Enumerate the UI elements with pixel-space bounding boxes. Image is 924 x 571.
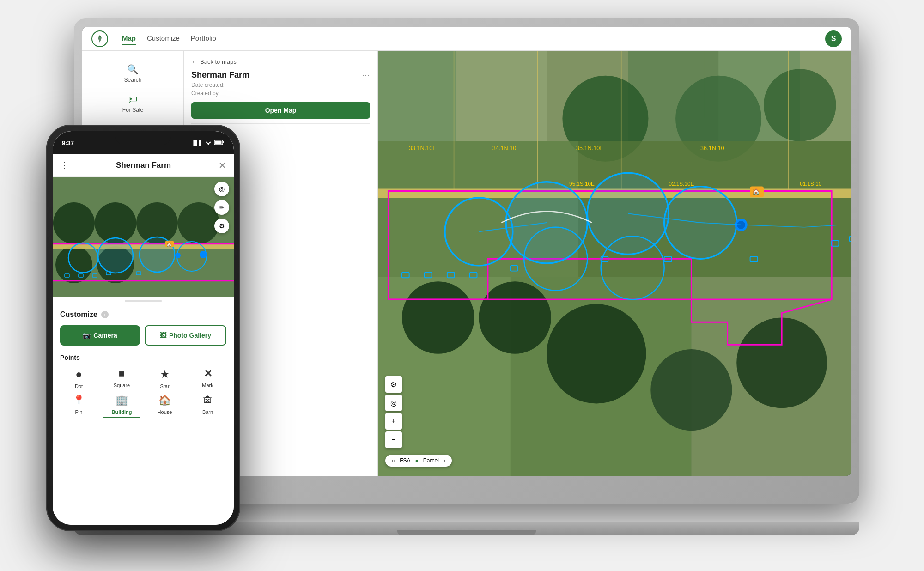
point-mark[interactable]: ✕ Mark [189, 368, 226, 389]
camera-icon: 📷 [83, 332, 91, 339]
point-building[interactable]: 🏢 Building [103, 395, 140, 418]
dot-icon: ● [75, 368, 82, 381]
camera-btn-label: Camera [93, 332, 117, 339]
tab-map[interactable]: Map [122, 32, 136, 45]
map-settings-button[interactable]: ⚙ [385, 376, 402, 393]
svg-rect-61 [223, 141, 225, 143]
scene: Map Customize Portfolio S 🔍 Search [0, 0, 924, 571]
barn-icon: 🏚 [203, 395, 213, 407]
topbar-right: S [825, 30, 842, 47]
phone-map-controls: ◎ ✏ ⚙ [214, 182, 229, 233]
phone-scroll-handle [125, 300, 162, 302]
phone-settings-button[interactable]: ⚙ [214, 219, 229, 233]
phone-map-preview[interactable]: 🏠 ◎ ✏ ⚙ [53, 177, 234, 297]
phone-screen: 9:37 ▐▌▌ [53, 131, 234, 525]
phone-farm-title: Sherman Farm [116, 161, 171, 170]
svg-point-16 [479, 281, 551, 354]
map-location-button[interactable]: ◎ [385, 395, 402, 411]
map-zoom-in-button[interactable]: + [385, 413, 402, 430]
signal-icon: ▐▌▌ [192, 140, 202, 146]
svg-point-35 [506, 182, 587, 263]
star-icon: ★ [160, 368, 170, 381]
info-icon[interactable]: i [101, 311, 109, 318]
laptop-topbar: Map Customize Portfolio S [82, 27, 851, 51]
svg-text:02.1S.10E: 02.1S.10E [669, 181, 694, 187]
map-zoom-out-button[interactable]: − [385, 431, 402, 448]
parcel-radio[interactable]: ● [415, 457, 419, 464]
point-dot[interactable]: ● Dot [60, 368, 97, 389]
photo-gallery-button[interactable]: 🖼 Photo Gallery [145, 325, 226, 346]
gallery-icon: 🖼 [160, 332, 166, 339]
nav-tabs: Map Customize Portfolio [122, 32, 216, 45]
open-map-button[interactable]: Open Map [191, 102, 370, 119]
phone-edit-button[interactable]: ✏ [214, 200, 229, 215]
more-options-icon[interactable]: ⋯ [362, 70, 370, 80]
point-star[interactable]: ★ Star [146, 368, 183, 389]
point-square[interactable]: ■ Square [103, 368, 140, 389]
sidebar-item-search[interactable]: 🔍 Search [82, 58, 183, 89]
map-area[interactable]: 33.1N.10E 34.1N.10E 35.1N.10E 36.1N.10 9… [378, 51, 851, 476]
point-house[interactable]: 🏠 House [146, 395, 183, 418]
back-to-maps-link[interactable]: ← Back to maps [191, 58, 370, 65]
svg-rect-62 [215, 141, 222, 144]
svg-text:34.1N.10E: 34.1N.10E [492, 145, 520, 152]
svg-text:35.1N.10E: 35.1N.10E [576, 145, 604, 152]
svg-text:95.1S.10E: 95.1S.10E [569, 181, 595, 187]
customize-title: Customize [60, 310, 97, 319]
pin-icon: 📍 [73, 395, 85, 407]
dot-label: Dot [75, 383, 83, 389]
phone-menu-icon[interactable]: ⋮ [60, 160, 68, 170]
phone-status-icons: ▐▌▌ [192, 140, 225, 146]
map-layer-control[interactable]: ○ FSA ● Parcel › [385, 455, 452, 467]
points-grid: ● Dot ■ Square ★ Star ✕ [60, 368, 226, 418]
svg-point-85 [175, 253, 181, 258]
created-by-label: Created by: [191, 90, 370, 97]
square-icon: ■ [119, 368, 125, 380]
svg-point-59 [208, 144, 209, 145]
camera-button[interactable]: 📷 Camera [60, 325, 140, 346]
building-label: Building [112, 409, 132, 415]
svg-point-15 [402, 281, 474, 354]
point-pin[interactable]: 📍 Pin [60, 395, 97, 418]
point-barn[interactable]: 🏚 Barn [189, 395, 226, 418]
search-icon: 🔍 [127, 64, 139, 75]
customize-section-header: Customize i [60, 310, 226, 319]
sidebar-item-for-sale[interactable]: 🏷 For Sale [82, 89, 183, 119]
svg-text:🏠: 🏠 [752, 188, 760, 196]
fsa-label: FSA [400, 457, 410, 464]
photo-actions: 📷 Camera 🖼 Photo Gallery [60, 325, 226, 346]
app-logo [91, 30, 108, 47]
phone-close-icon[interactable]: ✕ [219, 160, 226, 171]
sidebar-for-sale-label: For Sale [122, 107, 143, 113]
square-label: Square [114, 383, 130, 388]
svg-point-9 [764, 69, 836, 141]
phone-frame: 9:37 ▐▌▌ [46, 125, 240, 531]
mark-label: Mark [202, 383, 213, 388]
sidebar-search-label: Search [124, 77, 141, 83]
svg-rect-2 [456, 51, 547, 141]
phone-time: 9:37 [62, 140, 74, 146]
back-to-maps-label: Back to maps [200, 58, 237, 65]
panel-title-row: Sherman Farm ⋯ [191, 70, 370, 80]
svg-text:01.1S.10: 01.1S.10 [800, 181, 821, 187]
svg-point-77 [200, 251, 207, 258]
pin-label: Pin [75, 409, 83, 415]
tab-customize[interactable]: Customize [147, 32, 180, 45]
farm-name-title: Sherman Farm [191, 70, 249, 80]
user-avatar[interactable]: S [825, 30, 842, 47]
svg-text:🏠: 🏠 [166, 242, 172, 248]
parcel-label: Parcel [423, 457, 439, 464]
phone-location-button[interactable]: ◎ [214, 182, 229, 196]
svg-point-65 [53, 202, 95, 244]
chevron-right-icon[interactable]: › [444, 457, 445, 464]
svg-rect-1 [378, 51, 456, 141]
svg-point-74 [98, 238, 133, 273]
star-label: Star [160, 383, 169, 389]
svg-point-18 [650, 349, 732, 431]
phone: 9:37 ▐▌▌ [46, 125, 240, 531]
house-label: House [158, 409, 172, 415]
tab-portfolio[interactable]: Portfolio [191, 32, 216, 45]
fsa-radio[interactable]: ○ [392, 457, 395, 464]
svg-point-69 [55, 246, 92, 283]
map-svg-overlay: 33.1N.10E 34.1N.10E 35.1N.10E 36.1N.10 9… [378, 51, 851, 476]
